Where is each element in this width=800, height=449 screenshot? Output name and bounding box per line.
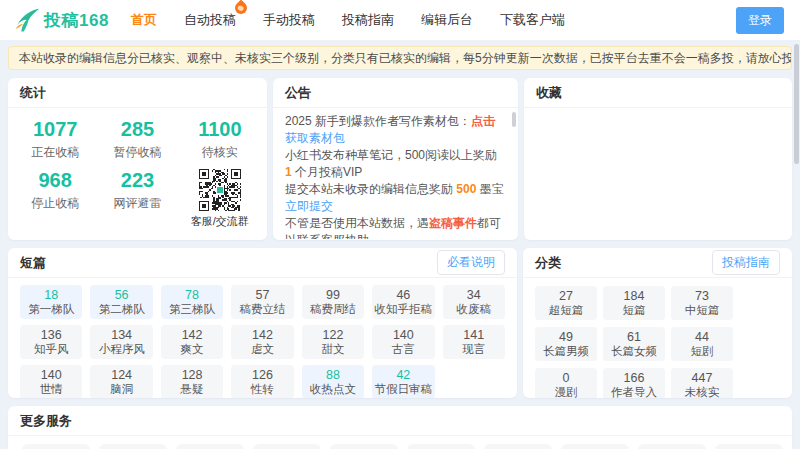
tile-label: 现言 [462,343,485,356]
tag-tile[interactable]: 136知乎风 [20,325,82,359]
announcement-link[interactable]: 获取素材包 [285,131,345,145]
login-button[interactable]: 登录 [736,7,784,34]
more-services-row [8,436,792,449]
tile-label: 爽文 [181,343,204,356]
short-pieces-panel: 短篇 必看说明 18第一梯队 56第二梯队 78第三梯队 57稿费立结 99稿费… [8,248,517,398]
tag-tile[interactable]: 99稿费周结 [302,285,364,319]
categories-panel-header: 分类 投稿指南 [523,248,792,278]
tag-tile[interactable]: 88收热点文 [302,365,364,398]
nav-auto-submit[interactable]: 自动投稿 [184,11,236,29]
stats-grid: 1077 正在收稿 285 暂停收稿 1100 待核实 968 停止收稿 223… [8,108,267,233]
category-tile[interactable]: 166作者导入 [603,368,665,398]
tile-label: 性转 [251,383,274,396]
category-tile[interactable]: 447未核实 [671,368,733,398]
nav-home[interactable]: 首页 [131,11,157,29]
tag-tile[interactable]: 18第一梯队 [20,285,82,319]
service-tile[interactable] [638,444,706,449]
tile-count: 0 [563,371,570,385]
tag-tile[interactable]: 141现言 [443,325,505,359]
tile-label: 甜文 [321,343,344,356]
tile-label: 古言 [392,343,415,356]
tile-label: 收热点文 [310,383,356,396]
stat-label: 正在收稿 [14,144,96,161]
tag-tile[interactable]: 124脑洞 [90,365,152,398]
tag-tile[interactable]: 122甜文 [302,325,364,359]
service-tile[interactable] [561,444,629,449]
service-tile[interactable] [407,444,475,449]
stat-label: 暂停收稿 [96,144,178,161]
tag-tile[interactable]: 128悬疑 [161,365,223,398]
tile-count: 141 [463,328,484,342]
announcement-line: 小红书发布种草笔记，500阅读以上奖励 1 个月投稿VIP [285,147,506,181]
tag-tile[interactable]: 78第三梯队 [161,285,223,319]
more-services-panel: 更多服务 [8,406,792,449]
tag-tile[interactable]: 34收废稿 [443,285,505,319]
nav-download-client[interactable]: 下载客户端 [500,11,565,29]
service-tile[interactable] [484,444,552,449]
categories-grid: 27超短篇 184短篇 73中短篇 49长篇男频 61长篇女频 44短剧 0漫剧… [523,278,792,398]
stats-panel: 统计 1077 正在收稿 285 暂停收稿 1100 待核实 968 停止收稿 … [8,78,267,240]
notice-bar: 本站收录的编辑信息分已核实、观察中、未核实三个级别，分类只有已核实的编辑，每5分… [8,46,792,70]
announcement-highlight: 500 [456,182,476,196]
brand-logo[interactable]: 投稿168 [14,7,109,33]
announcement-link[interactable]: 立即提交 [285,199,333,213]
service-tile[interactable] [715,444,783,449]
tile-label: 超短篇 [549,304,584,317]
category-tile[interactable]: 61长篇女频 [603,327,665,361]
tile-label: 稿费立结 [239,303,285,316]
announcement-line: 2025 新手到爆款作者写作素材包：点击获取素材包 [285,113,506,147]
tile-count: 57 [256,288,270,302]
tile-count: 136 [41,328,62,342]
tag-tile[interactable]: 57稿费立结 [231,285,293,319]
tag-tile[interactable]: 142爽文 [161,325,223,359]
service-tile[interactable] [22,444,90,449]
tag-tile[interactable]: 126性转 [231,365,293,398]
category-tile[interactable]: 44短剧 [671,327,733,361]
category-tile[interactable]: 27超短篇 [535,286,597,320]
tile-count: 140 [393,328,414,342]
short-pieces-panel-header: 短篇 必看说明 [8,248,517,278]
tag-tile[interactable]: 56第二梯队 [90,285,152,319]
tag-tile[interactable]: 134小程序风 [90,325,152,359]
tag-tile[interactable]: 46收知乎拒稿 [372,285,434,319]
announcement-text: 小红书发布种草笔记，500阅读以上奖励 [285,148,497,162]
service-tile[interactable] [330,444,398,449]
tile-count: 142 [182,328,203,342]
announcement-text: 墨宝 [476,182,503,196]
tag-tile[interactable]: 140世情 [20,365,82,398]
tile-label: 第二梯队 [99,303,145,316]
tile-count: 78 [185,288,199,302]
nav-auto-submit-label: 自动投稿 [184,12,236,27]
stat-value: 968 [14,169,96,192]
tile-count: 49 [559,330,573,344]
stat-label: 网评避雷 [96,195,178,212]
tag-tile[interactable]: 142虐文 [231,325,293,359]
tile-count: 56 [115,288,129,302]
nav-editor-backend[interactable]: 编辑后台 [421,11,473,29]
tile-count: 134 [111,328,132,342]
category-tile[interactable]: 0漫剧 [535,368,597,398]
announcements-scrollbar[interactable] [512,112,516,127]
category-tile[interactable]: 73中短篇 [671,286,733,320]
favorites-title: 收藏 [536,84,562,102]
announcements-panel: 公告 2025 新手到爆款作者写作素材包：点击获取素材包 小红书发布种草笔记，5… [273,78,518,240]
service-tile[interactable] [99,444,167,449]
tile-label: 作者导入 [611,386,657,398]
service-tile[interactable] [176,444,244,449]
categories-title: 分类 [535,254,561,272]
submit-guide-button[interactable]: 投稿指南 [712,250,780,275]
page-scrollbar[interactable] [794,44,799,164]
category-tile[interactable]: 184短篇 [603,286,665,320]
tag-tile[interactable]: 42节假日审稿 [372,365,434,398]
nav-submit-guide[interactable]: 投稿指南 [342,11,394,29]
service-tile[interactable] [253,444,321,449]
favorites-panel-header: 收藏 [524,78,792,108]
must-read-button[interactable]: 必看说明 [437,250,505,275]
stat-pending-verify: 1100 待核实 [179,118,261,161]
category-tile[interactable]: 49长篇男频 [535,327,597,361]
tile-count: 73 [695,289,709,303]
announcements-panel-header: 公告 [273,78,518,108]
tag-tile[interactable]: 140古言 [372,325,434,359]
nav-manual-submit[interactable]: 手动投稿 [263,11,315,29]
announcements-list: 2025 新手到爆款作者写作素材包：点击获取素材包 小红书发布种草笔记，500阅… [273,108,518,239]
